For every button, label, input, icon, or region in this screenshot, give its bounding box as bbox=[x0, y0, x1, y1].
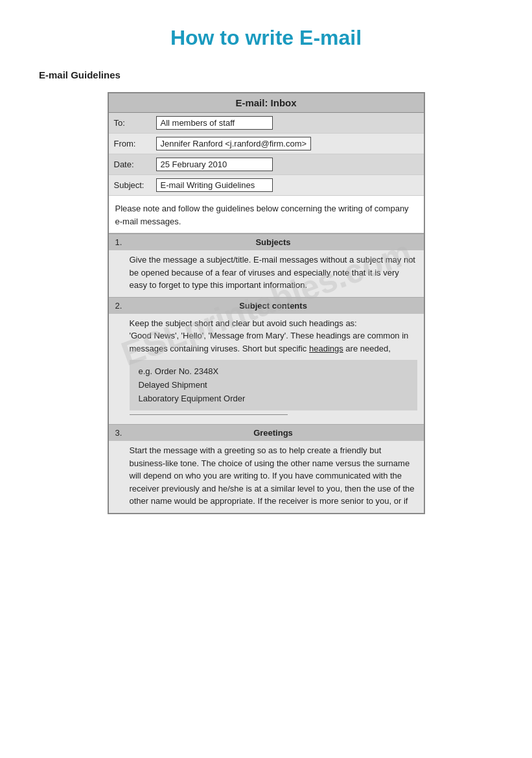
date-value: 25 February 2010 bbox=[156, 158, 273, 171]
email-date-row: Date: 25 February 2010 bbox=[109, 154, 424, 175]
page-title: How to write E-mail bbox=[39, 26, 493, 50]
subject-label: Subject: bbox=[114, 180, 156, 190]
example-intro: e.g. Order No. 2348X bbox=[139, 365, 408, 379]
guideline-header-1: 1. Subjects bbox=[109, 234, 424, 250]
date-label: Date: bbox=[114, 160, 156, 169]
to-value: All members of staff bbox=[156, 116, 273, 130]
email-body: Please note and follow the guidelines be… bbox=[109, 196, 424, 233]
guideline-body-2: Keep the subject short and clear but avo… bbox=[109, 314, 424, 425]
section-label: E-mail Guidelines bbox=[39, 69, 493, 80]
guideline-title-1: Subjects bbox=[130, 237, 417, 247]
example-line-1: Delayed Shipment bbox=[139, 379, 408, 392]
guideline-body-1: Give the message a subject/title. E-mail… bbox=[109, 250, 424, 297]
guidelines-section: 1. Subjects Give the message a subject/t… bbox=[109, 233, 424, 513]
from-value: Jennifer Ranford <j.ranford@firm.com> bbox=[156, 137, 312, 150]
guideline-item-2: 2. Subject contents Keep the subject sho… bbox=[109, 297, 424, 425]
email-container: ESLprintables.com E-mail: Inbox To: All … bbox=[108, 92, 425, 514]
example-line-2: Laboratory Equipment Order bbox=[139, 392, 408, 406]
example-box: e.g. Order No. 2348X Delayed Shipment La… bbox=[130, 360, 417, 410]
guideline-body-3: Start the message with a greeting so as … bbox=[109, 441, 424, 513]
guideline-item-3: 3. Greetings Start the message with a gr… bbox=[109, 424, 424, 513]
headings-underline: headings bbox=[309, 344, 343, 353]
guideline-num-1: 1. bbox=[115, 237, 130, 247]
email-to-row: To: All members of staff bbox=[109, 113, 424, 134]
email-subject-row: Subject: E-mail Writing Guidelines bbox=[109, 175, 424, 196]
email-from-row: From: Jennifer Ranford <j.ranford@firm.c… bbox=[109, 134, 424, 154]
to-label: To: bbox=[114, 118, 156, 128]
divider bbox=[130, 414, 288, 415]
guideline-num-2: 2. bbox=[115, 301, 130, 311]
from-label: From: bbox=[114, 139, 156, 148]
guideline-title-3: Greetings bbox=[130, 428, 417, 438]
guideline-num-3: 3. bbox=[115, 428, 130, 438]
guideline-title-2: Subject contents bbox=[130, 301, 417, 311]
guideline-header-2: 2. Subject contents bbox=[109, 298, 424, 314]
guideline-header-3: 3. Greetings bbox=[109, 425, 424, 441]
guideline-item-1: 1. Subjects Give the message a subject/t… bbox=[109, 234, 424, 297]
subject-value: E-mail Writing Guidelines bbox=[156, 178, 273, 192]
email-inbox-header: E-mail: Inbox bbox=[109, 93, 424, 113]
